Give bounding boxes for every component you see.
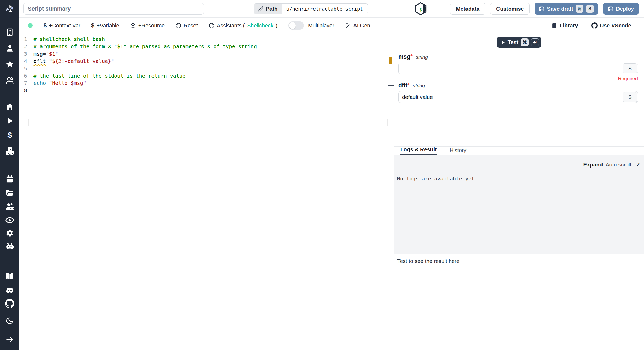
cmd-key-badge: ⌘ bbox=[576, 5, 583, 13]
reset-label: Reset bbox=[184, 22, 198, 29]
sidebar-item-variables[interactable]: $ bbox=[0, 130, 19, 140]
sidebar-item-home[interactable] bbox=[0, 102, 19, 112]
rotate-ccw-icon bbox=[175, 23, 181, 29]
sidebar-item-users[interactable] bbox=[0, 75, 19, 86]
sidebar-item-audit-logs[interactable] bbox=[0, 215, 19, 225]
multiplayer-control: Multiplayer bbox=[288, 21, 334, 30]
users-icon bbox=[5, 76, 14, 85]
sidebar-item-workspace[interactable] bbox=[0, 27, 19, 37]
expand-logs-button[interactable]: Expand bbox=[583, 162, 603, 168]
field-label-dflt: dflt* string bbox=[398, 82, 638, 89]
script-summary-input[interactable] bbox=[23, 3, 204, 15]
editor-overview-ruler[interactable] bbox=[388, 34, 394, 350]
sidebar-item-folders[interactable] bbox=[0, 188, 19, 198]
assistants-button[interactable]: Assistants (Shellcheck) bbox=[209, 22, 277, 29]
test-button-label: Test bbox=[508, 39, 519, 45]
library-label: Library bbox=[560, 22, 578, 29]
code-line[interactable]: # the last line of the stdout is the ret… bbox=[33, 72, 378, 79]
dollar-icon: $ bbox=[44, 22, 47, 29]
enter-key-badge: ↵ bbox=[531, 38, 539, 46]
test-button[interactable]: Test ⌘ ↵ bbox=[497, 37, 542, 48]
dollar-icon: $ bbox=[91, 22, 94, 29]
no-logs-message: No logs are available yet bbox=[397, 176, 474, 182]
sidebar-item-groups[interactable] bbox=[0, 202, 19, 212]
windmill-script-editor: $ bbox=[0, 0, 644, 350]
code-line[interactable]: # shellcheck shell=bash bbox=[33, 36, 378, 43]
library-button[interactable]: Library bbox=[551, 22, 578, 29]
dflt-variable-picker-button[interactable]: $ bbox=[623, 92, 637, 102]
autoscroll-label: Auto scroll bbox=[606, 162, 631, 168]
robot-icon bbox=[5, 242, 14, 251]
editor-toolbar: $ +Context Var $ +Variable +Resource bbox=[19, 18, 644, 34]
reset-button[interactable]: Reset bbox=[175, 22, 198, 29]
sidebar-item-schedules[interactable] bbox=[0, 174, 19, 184]
sidebar-item-theme-toggle[interactable] bbox=[0, 315, 19, 326]
sidebar-item-github[interactable] bbox=[0, 298, 19, 309]
line-number: 6 bbox=[19, 72, 30, 79]
field-label-msg: msg* string bbox=[398, 53, 638, 60]
save-icon bbox=[539, 6, 544, 12]
code-line[interactable] bbox=[33, 65, 378, 72]
sidebar-item-runs[interactable] bbox=[0, 116, 19, 126]
save-draft-button[interactable]: Save draft ⌘ S bbox=[535, 3, 598, 15]
msg-variable-picker-button[interactable]: $ bbox=[623, 63, 637, 73]
field-name: msg bbox=[398, 53, 410, 60]
dflt-input[interactable] bbox=[398, 91, 638, 103]
line-numbers: 12345678 bbox=[19, 36, 30, 94]
tab-history[interactable]: History bbox=[450, 147, 466, 155]
edit-path-button[interactable]: Path bbox=[254, 4, 282, 14]
customise-button[interactable]: Customise bbox=[490, 3, 530, 15]
variable-label: +Variable bbox=[97, 22, 119, 29]
add-variable-button[interactable]: $ +Variable bbox=[91, 22, 119, 29]
sidebar-item-settings[interactable] bbox=[0, 229, 19, 239]
tab-logs-and-result[interactable]: Logs & Result bbox=[400, 146, 437, 155]
code-line[interactable]: msg="$1" bbox=[33, 50, 378, 57]
warning-marker bbox=[389, 57, 392, 64]
save-draft-label: Save draft bbox=[547, 6, 573, 12]
windmill-logo[interactable] bbox=[0, 4, 19, 14]
customise-button-label: Customise bbox=[496, 6, 524, 12]
code-line[interactable]: dflt="${2:-default value}" bbox=[33, 57, 378, 65]
logs-panel: Expand Auto scroll ✓ No logs are availab… bbox=[394, 155, 644, 254]
add-context-var-button[interactable]: $ +Context Var bbox=[44, 22, 80, 29]
deploy-label: Deploy bbox=[616, 6, 634, 12]
sidebar-item-discord[interactable] bbox=[0, 285, 19, 296]
code-line[interactable] bbox=[33, 87, 378, 94]
sidebar-divider bbox=[0, 93, 19, 93]
metadata-button-label: Metadata bbox=[456, 6, 479, 12]
play-icon bbox=[501, 40, 505, 45]
sidebar-item-workers[interactable] bbox=[0, 241, 19, 252]
sidebar-item-user[interactable] bbox=[0, 43, 19, 53]
cursor-position-marker bbox=[388, 85, 394, 86]
context-var-label: +Context Var bbox=[49, 22, 80, 29]
sidebar-item-docs[interactable] bbox=[0, 271, 19, 281]
github-icon bbox=[591, 22, 598, 29]
sidebar-expand-button[interactable] bbox=[0, 334, 19, 345]
required-star: * bbox=[408, 82, 410, 89]
metadata-button[interactable]: Metadata bbox=[450, 3, 485, 15]
autoscroll-checkbox[interactable]: ✓ bbox=[636, 162, 640, 168]
dollar-icon: $ bbox=[629, 65, 632, 72]
ai-gen-button[interactable]: AI Gen bbox=[345, 22, 370, 29]
dflt-input-group: $ bbox=[398, 91, 638, 103]
code-line[interactable]: # arguments of the form X="$I" are parse… bbox=[33, 43, 378, 50]
field-type: string bbox=[413, 83, 425, 89]
sidebar-item-favorites[interactable] bbox=[0, 59, 19, 70]
sidebar-item-resources[interactable] bbox=[0, 146, 19, 156]
msg-input[interactable] bbox=[398, 63, 638, 74]
script-path[interactable]: u/henri/retractable_script bbox=[282, 4, 368, 14]
use-vscode-button[interactable]: Use VScode bbox=[591, 22, 631, 29]
windmill-logo-icon bbox=[5, 4, 15, 14]
toolbar-left: $ +Context Var $ +Variable +Resource bbox=[19, 21, 370, 30]
deploy-button[interactable]: Deploy bbox=[603, 3, 639, 15]
code-editor[interactable]: 12345678 # shellcheck shell=bash# argume… bbox=[19, 34, 394, 350]
add-resource-button[interactable]: +Resource bbox=[130, 22, 165, 29]
github-icon bbox=[5, 299, 14, 308]
code-line[interactable]: echo "Hello $msg" bbox=[33, 79, 378, 87]
multiplayer-label: Multiplayer bbox=[308, 22, 334, 29]
multiplayer-toggle[interactable] bbox=[288, 21, 304, 30]
logs-tabs-bar: Logs & Result History bbox=[394, 146, 644, 155]
line-number: 8 bbox=[19, 87, 30, 94]
logs-controls: Expand Auto scroll ✓ bbox=[583, 162, 640, 168]
s-key-badge: S bbox=[586, 5, 594, 13]
